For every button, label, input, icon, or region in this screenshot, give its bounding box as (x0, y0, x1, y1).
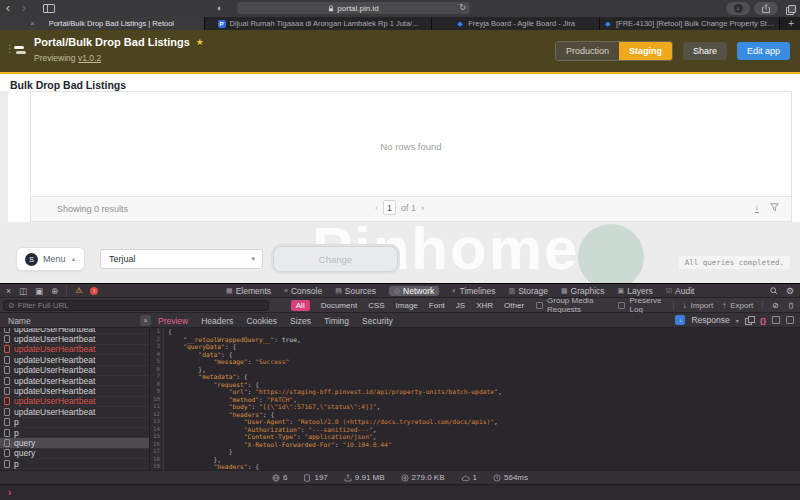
group-media-checkbox[interactable]: Group Media Requests (536, 296, 618, 314)
warnings-icon[interactable]: ⚠ (75, 286, 82, 295)
share-app-button[interactable]: Share (683, 42, 727, 60)
json-line: 4 "data": { (150, 351, 800, 359)
detail-tab-preview[interactable]: Preview (158, 316, 188, 326)
dock-window-icon[interactable]: ▣ (35, 286, 43, 296)
close-tab-icon[interactable]: × (30, 19, 35, 28)
devtools-tab-console[interactable]: »Console (284, 286, 322, 296)
reader-mode-icon[interactable]: ◐ (217, 3, 222, 13)
version-link[interactable]: v1.0.2 (78, 53, 101, 63)
tab-overview-button[interactable] (782, 2, 798, 15)
import-button[interactable]: ↓Import (683, 301, 714, 310)
pretty-print-icon[interactable]: {} (760, 316, 766, 325)
close-devtools-icon[interactable]: × (6, 286, 11, 296)
close-detail-icon[interactable]: × (140, 315, 151, 326)
request-row[interactable]: updateUserHeartbeat (0, 355, 149, 365)
request-name: updateUserHeartbeat (14, 334, 95, 344)
devtools-panel: × ◫ ▣ ⊕ ⚠ ! ▦Elements»Console▤Sources◎Ne… (0, 283, 800, 500)
page-number-input[interactable]: 1 (383, 200, 396, 215)
filter-input[interactable]: ⊘ Filter Full URL (3, 300, 269, 311)
request-row[interactable]: updateUserHeartbeat (0, 407, 149, 417)
staging-button[interactable]: Staging (619, 42, 672, 60)
timelines-icon: ◐ (452, 287, 456, 294)
status-value: 197 (314, 473, 327, 482)
menu-button[interactable]: S Menu ▲ (16, 247, 85, 271)
browser-tab[interactable]: PDijual Rumah Tigaaaa di Arongan Lambale… (205, 17, 432, 30)
detail-tab-timing[interactable]: Timing (324, 316, 349, 326)
json-line: 16 "X-Retool-Forwarded-For": "10.184.0.4… (150, 441, 800, 449)
download-csv-icon[interactable]: ↓ (755, 202, 760, 213)
devtools-tab-elements[interactable]: ▦Elements (226, 286, 271, 296)
request-row[interactable]: query (0, 449, 149, 459)
resource-filter-xhr[interactable]: XHR (476, 301, 493, 310)
devtools-tab-storage[interactable]: ▥Storage (509, 286, 548, 296)
json-line: 13 "User-Agent": "Retool/2.0 (+https://d… (150, 418, 800, 426)
next-page-icon[interactable]: › (421, 203, 424, 213)
preserve-log-checkbox[interactable]: Preserve Log (618, 296, 663, 314)
request-row[interactable]: updateUserHeartbeat (0, 376, 149, 386)
errors-icon[interactable]: ! (90, 287, 98, 295)
name-column-header[interactable]: Name (8, 316, 31, 326)
request-row[interactable]: updateUserHeartbeat (0, 345, 149, 355)
request-row[interactable]: updateUserHeartbeat (0, 397, 149, 407)
tab-title: Dijual Rumah Tigaaaa di Arongan Lambalek… (230, 19, 419, 28)
document-icon (4, 377, 10, 385)
devtools-tab-sources[interactable]: ▤Sources (335, 286, 376, 296)
disable-cache-icon[interactable]: ⊘ (772, 301, 779, 310)
gear-icon[interactable]: ⚙ (786, 286, 794, 296)
edit-app-button[interactable]: Edit app (737, 42, 790, 60)
production-button[interactable]: Production (556, 42, 619, 60)
json-line: 6 }, (150, 366, 800, 374)
request-row[interactable]: updateUserHeartbeat (0, 334, 149, 344)
resource-filter-js[interactable]: JS (456, 301, 465, 310)
resource-filter-font[interactable]: Font (429, 301, 445, 310)
back-icon[interactable]: ‹ (6, 0, 10, 16)
request-row[interactable]: p (0, 459, 149, 469)
request-row[interactable]: updateUserHeartbeat (0, 386, 149, 396)
retool-logo-icon[interactable] (14, 46, 26, 56)
downloads-button[interactable]: ↓ (726, 2, 750, 15)
share-button[interactable] (754, 2, 778, 15)
response-dropdown[interactable]: Response (691, 315, 729, 325)
request-row[interactable]: query (0, 438, 149, 448)
copy-icon[interactable] (745, 316, 754, 325)
resource-filter-document[interactable]: Document (321, 301, 357, 310)
request-row[interactable]: p (0, 428, 149, 438)
devtools-tab-network[interactable]: ◎Network (389, 286, 439, 296)
filter-icon[interactable] (770, 203, 779, 212)
request-row[interactable]: updateUserHeartbeat (0, 366, 149, 376)
browser-tab[interactable]: ×Portal/Bulk Drop Bad Listings | Retool (0, 17, 205, 30)
browser-tab[interactable]: ◆Freyja Board - Agile Board - Jira (432, 17, 600, 30)
resource-filter-other[interactable]: Other (504, 301, 524, 310)
devtools-tab-graphics[interactable]: ▩Graphics (561, 286, 605, 296)
change-button[interactable]: Change (273, 246, 398, 272)
export-button[interactable]: ↑Export (722, 301, 753, 310)
resource-filter-all[interactable]: All (291, 300, 310, 311)
devtools-tab-timelines[interactable]: ◐Timelines (452, 286, 495, 296)
browser-tab[interactable]: ◆[FRE-4130] [Retool] Bulk Change Propert… (600, 17, 780, 30)
devtools-tab-audit[interactable]: ☑Audit (666, 286, 695, 296)
detail-tab-security[interactable]: Security (362, 316, 393, 326)
line-number: 4 (150, 351, 164, 359)
devtools-tab-layers[interactable]: ▣Layers (618, 286, 653, 296)
resource-filter-image[interactable]: Image (396, 301, 418, 310)
favorite-star-icon[interactable]: ★ (196, 37, 204, 47)
status-select[interactable]: Terjual ▾ (100, 249, 263, 269)
detail-tab-cookies[interactable]: Cookies (246, 316, 277, 326)
url-bar[interactable]: portal.pin.id ↻ (237, 2, 470, 14)
search-icon[interactable] (770, 287, 778, 295)
clear-network-icon[interactable] (788, 301, 794, 310)
detail-tab-sizes[interactable]: Sizes (290, 316, 311, 326)
refresh-icon[interactable]: ↻ (459, 3, 466, 12)
inspect-element-icon[interactable]: ⊕ (51, 286, 58, 296)
prev-page-icon[interactable]: ‹ (375, 203, 378, 213)
view-toggle-icon-2[interactable] (786, 316, 794, 324)
new-tab-button[interactable]: + (782, 17, 800, 30)
request-row[interactable]: p (0, 418, 149, 428)
sidebar-icon[interactable] (43, 4, 55, 13)
view-toggle-icon-1[interactable] (772, 316, 780, 324)
detail-tab-headers[interactable]: Headers (201, 316, 233, 326)
resource-filter-css[interactable]: CSS (368, 301, 384, 310)
quick-console[interactable]: › (0, 484, 800, 500)
forward-icon[interactable]: › (22, 0, 26, 16)
dock-side-icon[interactable]: ◫ (19, 286, 27, 296)
